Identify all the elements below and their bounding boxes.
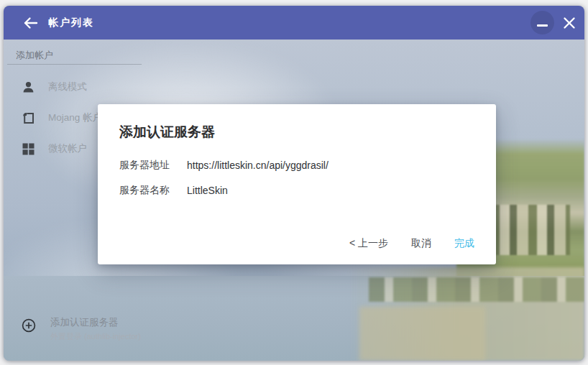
app-window: 添加帐户 离线模式 Mojang 帐户	[4, 6, 584, 361]
add-auth-server-sublabel: 外置登录 (authlib-injector)	[50, 331, 141, 342]
person-icon	[22, 80, 35, 94]
finish-button[interactable]: 完成	[454, 237, 474, 250]
field-row-server-address: 服务器地址 https://littleskin.cn/api/yggdrasi…	[119, 159, 474, 172]
add-auth-server-entry[interactable]: 添加认证服务器 外置登录 (authlib-injector)	[22, 316, 141, 342]
dialog-title: 添加认证服务器	[119, 123, 474, 142]
background-sand	[359, 307, 485, 361]
sidebar-item-label: Mojang 帐户	[48, 111, 102, 124]
field-value-server-name: LittleSkin	[187, 185, 228, 196]
sidebar-item-label: 离线模式	[48, 80, 87, 93]
field-row-server-name: 服务器名称 LittleSkin	[119, 184, 474, 197]
sidebar-item-microsoft[interactable]: 微软帐户	[22, 142, 87, 156]
field-value-server-address: https://littleskin.cn/api/yggdrasil/	[187, 160, 329, 171]
cancel-button[interactable]: 取消	[411, 237, 431, 250]
dialog-button-row: < 上一步 取消 完成	[349, 237, 474, 250]
microsoft-icon	[22, 142, 35, 156]
prev-step-button[interactable]: < 上一步	[349, 237, 388, 250]
field-label: 服务器名称	[119, 184, 170, 197]
close-button[interactable]	[559, 12, 580, 34]
plus-circle-icon	[22, 318, 36, 333]
mojang-icon	[22, 111, 35, 125]
sidebar-item-offline-mode[interactable]: 离线模式	[22, 80, 87, 94]
add-auth-server-label: 添加认证服务器	[50, 316, 141, 329]
background-shore-reflection	[369, 277, 584, 302]
sidebar-item-label: 微软帐户	[48, 142, 87, 155]
sidebar-item-mojang[interactable]: Mojang 帐户	[22, 111, 102, 125]
sidebar-divider	[7, 64, 142, 65]
minimize-icon	[537, 24, 548, 27]
window-title: 帐户列表	[48, 17, 94, 29]
add-auth-server-dialog: 添加认证服务器 服务器地址 https://littleskin.cn/api/…	[98, 104, 496, 264]
back-button[interactable]	[21, 14, 40, 32]
field-label: 服务器地址	[119, 159, 170, 172]
minimize-button[interactable]	[530, 11, 554, 34]
titlebar: 帐户列表	[4, 6, 584, 40]
sidebar-header: 添加帐户	[16, 49, 53, 62]
content-area: 添加帐户 离线模式 Mojang 帐户	[4, 40, 584, 361]
